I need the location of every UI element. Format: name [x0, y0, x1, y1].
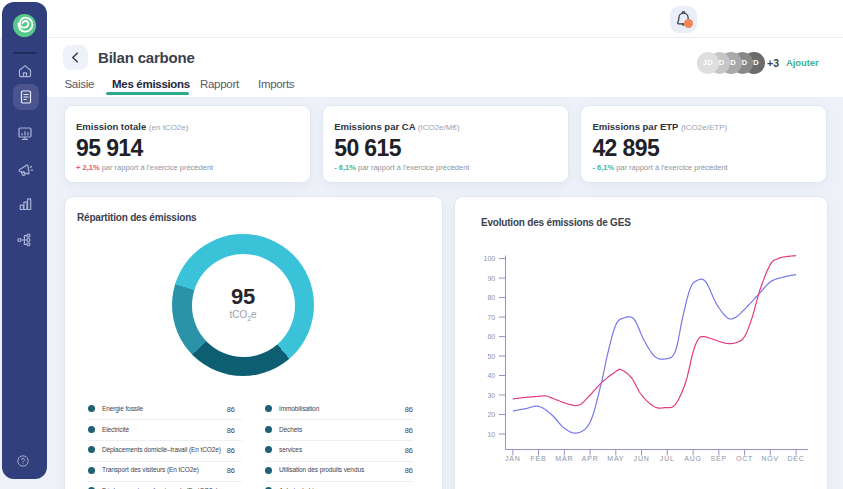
svg-text:60: 60 — [487, 333, 495, 340]
svg-text:APR: APR — [582, 454, 599, 461]
svg-text:NOV: NOV — [762, 454, 780, 461]
svg-text:50: 50 — [487, 352, 495, 359]
svg-text:90: 90 — [487, 274, 495, 281]
svg-text:AUG: AUG — [684, 454, 702, 461]
svg-text:70: 70 — [487, 313, 495, 320]
svg-text:20: 20 — [487, 411, 495, 418]
svg-text:30: 30 — [487, 391, 495, 398]
svg-text:JUN: JUN — [634, 454, 650, 461]
svg-text:OCT: OCT — [736, 454, 753, 461]
svg-text:10: 10 — [487, 430, 495, 437]
svg-text:80: 80 — [487, 294, 495, 301]
svg-text:SEP: SEP — [711, 454, 727, 461]
svg-text:DEC: DEC — [788, 454, 805, 461]
svg-text:MAY: MAY — [607, 454, 624, 461]
svg-text:JUL: JUL — [660, 454, 675, 461]
svg-text:100: 100 — [484, 255, 496, 262]
svg-text:JAN: JAN — [505, 454, 521, 461]
svg-text:40: 40 — [487, 372, 495, 379]
svg-text:FEB: FEB — [530, 454, 546, 461]
svg-text:MAR: MAR — [555, 454, 573, 461]
